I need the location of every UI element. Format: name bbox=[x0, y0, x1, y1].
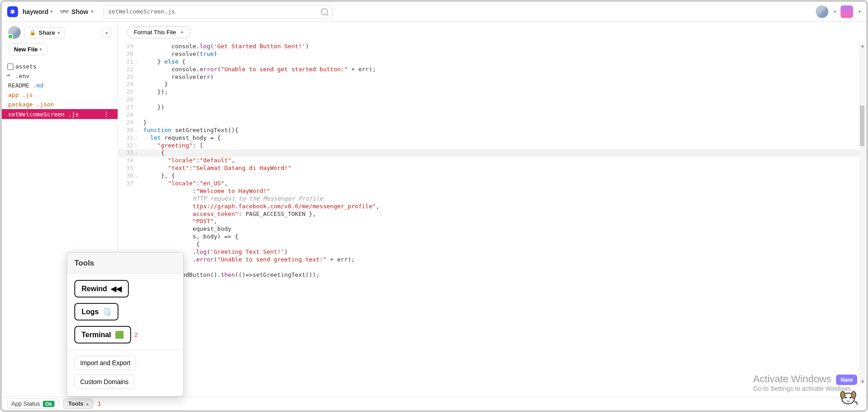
code-line[interactable]: 22 console.error("Unable to send get sta… bbox=[118, 66, 866, 73]
code-line[interactable]: 33⌄ { bbox=[118, 149, 866, 157]
code-line[interactable]: equest_body bbox=[118, 225, 866, 233]
file-readme[interactable]: README.md bbox=[2, 81, 118, 90]
fold-icon[interactable]: ⌄ bbox=[136, 135, 138, 141]
mascot-dog-icon[interactable] bbox=[838, 389, 858, 407]
custom-domains-button[interactable]: Custom Domains bbox=[74, 375, 134, 389]
code-content[interactable] bbox=[138, 111, 143, 119]
code-content[interactable]: } bbox=[138, 81, 168, 88]
scrollbar-thumb[interactable] bbox=[860, 105, 864, 146]
code-line[interactable]: .error("Unable to send greeting text:" +… bbox=[118, 256, 866, 264]
code-content[interactable] bbox=[138, 96, 143, 104]
svg-point-2 bbox=[851, 391, 856, 398]
file-more-icon[interactable]: ⋮ bbox=[103, 110, 111, 118]
new-badge[interactable]: New bbox=[836, 375, 857, 385]
terminal-button[interactable]: Terminal 🟩 bbox=[74, 326, 131, 343]
share-button[interactable]: 🔒 Share ▾ bbox=[24, 27, 65, 38]
code-line[interactable]: { bbox=[118, 241, 866, 248]
code-line[interactable]: 30⌄function setGreetingText(){ bbox=[118, 127, 866, 134]
community-avatar[interactable] bbox=[841, 5, 853, 18]
user-avatar[interactable] bbox=[816, 5, 828, 18]
code-content[interactable]: console.error("Unable to send get starte… bbox=[138, 66, 376, 73]
file-env[interactable]: .env bbox=[2, 71, 118, 81]
code-line[interactable]: 28 bbox=[118, 111, 866, 119]
code-content[interactable]: "greeting": [ bbox=[138, 142, 203, 150]
import-export-button[interactable]: Import and Export bbox=[74, 356, 136, 370]
code-content[interactable]: { bbox=[138, 241, 200, 248]
code-line[interactable]: :"Welcome to HayWord!" bbox=[118, 188, 866, 195]
code-line[interactable]: 36⌄ }, { bbox=[118, 172, 866, 180]
code-content[interactable]: }, { bbox=[138, 172, 175, 180]
code-editor[interactable]: 19 console.log('Get Started Button Sent!… bbox=[118, 43, 866, 397]
owner-avatar[interactable] bbox=[8, 26, 21, 39]
code-content[interactable]: function setGreetingText(){ bbox=[138, 127, 238, 134]
code-line[interactable]: "POST", bbox=[118, 218, 866, 225]
code-content[interactable]: ttps://graph.facebook.com/v8.0/me/messen… bbox=[138, 203, 379, 211]
code-content[interactable]: "locale":"en_US", bbox=[138, 180, 228, 188]
project-switcher[interactable]: hayword ▾ bbox=[23, 8, 53, 15]
code-line[interactable]: 23 resolve(err) bbox=[118, 73, 866, 81]
file-folder-assets[interactable]: assets bbox=[2, 62, 118, 71]
logs-button[interactable]: Logs 🗒️ bbox=[74, 303, 118, 320]
rewind-button[interactable]: Rewind ◀◀ bbox=[74, 280, 129, 298]
code-line[interactable]: 19 console.log('Get Started Button Sent!… bbox=[118, 43, 866, 50]
app-status-indicator[interactable]: App Status Ok bbox=[7, 398, 59, 409]
code-content[interactable]: resolve(err) bbox=[138, 73, 214, 81]
code-content[interactable]: :"Welcome to HayWord!" bbox=[138, 188, 270, 195]
scroll-up-icon[interactable]: ▲ bbox=[860, 43, 865, 48]
code-line[interactable]: .log('Greeting Text Sent!') bbox=[118, 248, 866, 256]
code-content[interactable]: }); bbox=[138, 88, 168, 96]
code-line[interactable]: 20 resolve(true) bbox=[118, 50, 866, 58]
code-content[interactable]: let request_body = { bbox=[138, 134, 221, 142]
code-line[interactable]: 37 "locale":"en_US", bbox=[118, 180, 866, 188]
fold-icon[interactable]: ⌄ bbox=[136, 150, 138, 156]
code-content[interactable]: HTTP request to the Messenger Profile bbox=[138, 195, 323, 203]
code-line[interactable]: s, body) => { bbox=[118, 233, 866, 241]
fold-icon[interactable]: ⌄ bbox=[136, 128, 138, 133]
code-line[interactable]: 57setGetStartedButton().then(()=>setGree… bbox=[118, 271, 866, 279]
file-setwelcomescreen-js[interactable]: setWelcomeScreen.js ⋮ bbox=[2, 109, 118, 119]
code-line[interactable]: 34 "locale":"default", bbox=[118, 157, 866, 165]
code-line[interactable]: 24 } bbox=[118, 81, 866, 88]
tools-menu-button[interactable]: Tools ▴ bbox=[63, 398, 93, 409]
new-file-button[interactable]: New File ▾ bbox=[8, 43, 48, 55]
file-app-js[interactable]: app.js bbox=[2, 90, 118, 100]
search-bar[interactable] bbox=[103, 5, 333, 18]
code-line[interactable]: access_token": PAGE_ACCESS_TOKEN }, bbox=[118, 211, 866, 218]
code-content[interactable]: }) bbox=[138, 104, 164, 111]
code-content[interactable]: } bbox=[138, 119, 147, 127]
collapse-sidebar-button[interactable]: ◂ bbox=[101, 27, 111, 37]
code-content[interactable]: "POST", bbox=[138, 218, 217, 225]
editor-scrollbar[interactable]: ▲ ▼ bbox=[859, 44, 865, 383]
scroll-down-icon[interactable]: ▼ bbox=[860, 379, 865, 384]
code-content[interactable]: console.log('Get Started Button Sent!') bbox=[138, 43, 309, 50]
search-input[interactable] bbox=[108, 8, 328, 15]
file-package-json[interactable]: package.json bbox=[2, 100, 118, 109]
fold-icon[interactable]: ⌄ bbox=[136, 143, 138, 148]
format-file-button[interactable]: Format This File ✦ bbox=[127, 26, 191, 38]
code-line[interactable]: HTTP request to the Messenger Profile bbox=[118, 195, 866, 203]
code-line[interactable]: 31⌄ let request_body = { bbox=[118, 134, 866, 142]
rewind-label: Rewind bbox=[82, 285, 107, 293]
fold-icon[interactable]: ⌄ bbox=[136, 59, 138, 64]
code-line[interactable]: ttps://graph.facebook.com/v8.0/me/messen… bbox=[118, 203, 866, 211]
code-content[interactable]: "text":"Selamat Datang di HayWord!" bbox=[138, 165, 291, 172]
code-line[interactable]: 56} bbox=[118, 264, 866, 271]
code-content[interactable]: access_token": PAGE_ACCESS_TOKEN }, bbox=[138, 211, 316, 218]
code-line[interactable]: 26 bbox=[118, 96, 866, 104]
code-line[interactable]: 25 }); bbox=[118, 88, 866, 96]
code-line[interactable]: 21⌄ } else { bbox=[118, 58, 866, 66]
code-line[interactable]: 35 "text":"Selamat Datang di HayWord!" bbox=[118, 165, 866, 172]
code-line[interactable]: 27 }) bbox=[118, 104, 866, 111]
fold-icon[interactable]: ⌄ bbox=[136, 173, 138, 179]
code-content[interactable]: { bbox=[138, 149, 164, 157]
code-content[interactable]: resolve(true) bbox=[138, 50, 217, 58]
format-label: Format This File bbox=[134, 29, 176, 36]
code-content[interactable]: s, body) => { bbox=[138, 233, 238, 241]
code-line[interactable]: 29} bbox=[118, 119, 866, 127]
code-line[interactable]: 32⌄ "greeting": [ bbox=[118, 142, 866, 150]
line-number bbox=[118, 225, 138, 233]
show-toggle[interactable]: 👓 Show ▾ bbox=[60, 7, 93, 16]
code-content[interactable]: } else { bbox=[138, 58, 186, 66]
code-content[interactable]: "locale":"default", bbox=[138, 157, 235, 165]
code-content[interactable]: equest_body bbox=[138, 225, 232, 233]
